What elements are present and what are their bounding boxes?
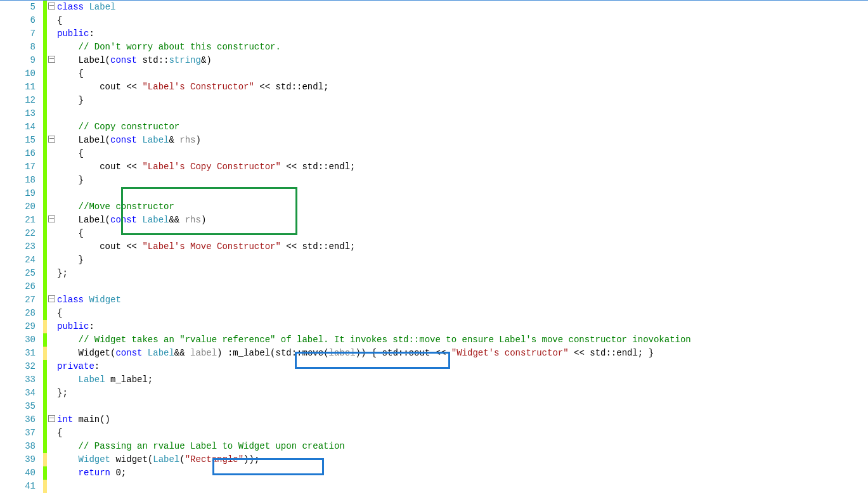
fold-toggle — [47, 253, 56, 267]
code-line[interactable]: return 0; — [56, 466, 868, 480]
code-line[interactable]: //Move constructor — [56, 200, 868, 214]
fold-toggle[interactable] — [47, 214, 56, 227]
fold-toggle — [47, 320, 56, 333]
code-line[interactable] — [56, 400, 868, 413]
code-line[interactable]: int main() — [56, 413, 868, 426]
collapse-icon[interactable] — [48, 215, 55, 222]
code-token: :m_label(std::move( — [228, 348, 329, 358]
line-number: 22 — [0, 227, 36, 240]
line-number: 29 — [0, 320, 36, 333]
code-line[interactable]: }; — [56, 267, 868, 280]
fold-toggle — [47, 14, 56, 27]
code-token: cout << — [57, 241, 142, 252]
line-number: 40 — [0, 466, 36, 480]
code-token: && — [174, 348, 190, 358]
line-number: 32 — [0, 360, 36, 373]
line-number: 24 — [0, 253, 36, 267]
collapse-icon[interactable] — [48, 295, 55, 302]
code-token: class — [57, 295, 89, 305]
code-line[interactable] — [56, 280, 868, 293]
code-token: << std::endl; } — [569, 348, 654, 358]
collapse-icon[interactable] — [48, 56, 55, 63]
code-token: cout << — [57, 82, 142, 92]
code-token: "Label's Copy Constructor" — [142, 162, 280, 172]
code-line[interactable] — [56, 480, 868, 493]
code-token: { — [57, 308, 62, 318]
code-line[interactable]: Label(const Label&& rhs) — [56, 214, 868, 227]
code-line[interactable]: } — [56, 253, 868, 267]
code-line[interactable]: class Widget — [56, 293, 868, 307]
fold-toggle — [47, 240, 56, 253]
code-line[interactable]: cout << "Label's Move Constructor" << st… — [56, 240, 868, 253]
code-token: }; — [57, 388, 68, 398]
fold-toggle[interactable] — [47, 293, 56, 307]
code-line[interactable]: Widget widget(Label("Rectangle")); — [56, 453, 868, 466]
code-token: )) — [356, 348, 366, 358]
line-number: 27 — [0, 293, 36, 307]
code-line[interactable]: // Passing an rvalue Label to Widget upo… — [56, 440, 868, 453]
collapse-icon[interactable] — [48, 136, 55, 143]
code-token: return — [79, 468, 116, 478]
line-number: 36 — [0, 413, 36, 426]
line-number: 39 — [0, 453, 36, 466]
fold-toggle[interactable] — [47, 134, 56, 147]
line-number: 9 — [0, 54, 36, 67]
fold-toggle — [47, 147, 56, 160]
code-line[interactable]: // Widget takes an "rvalue reference" of… — [56, 333, 868, 347]
collapse-icon[interactable] — [48, 415, 55, 422]
code-line[interactable]: // Copy constructor — [56, 120, 868, 134]
code-token: { std::cout << — [366, 348, 451, 358]
line-number: 35 — [0, 400, 36, 413]
code-token: label — [329, 348, 356, 358]
code-line[interactable]: public: — [56, 320, 868, 333]
code-token — [57, 122, 79, 132]
code-line[interactable]: class Label — [56, 1, 868, 14]
code-line[interactable]: { — [56, 67, 868, 80]
code-line[interactable]: public: — [56, 27, 868, 41]
code-token: public — [57, 29, 89, 39]
fold-toggle — [47, 387, 56, 400]
code-token — [57, 202, 79, 212]
code-line[interactable]: Label(const Label& rhs) — [56, 134, 868, 147]
line-number: 26 — [0, 280, 36, 293]
code-token: Label — [153, 454, 179, 465]
fold-toggle — [47, 466, 56, 480]
code-line[interactable]: { — [56, 426, 868, 440]
code-token: // Copy constructor — [79, 122, 180, 132]
code-line[interactable] — [56, 187, 868, 200]
code-line[interactable]: }; — [56, 387, 868, 400]
code-token: Label — [79, 375, 105, 385]
code-line[interactable] — [56, 107, 868, 120]
code-token: "Label's Constructor" — [142, 82, 254, 92]
code-line[interactable]: cout << "Label's Copy Constructor" << st… — [56, 160, 868, 174]
code-line[interactable]: private: — [56, 360, 868, 373]
code-token: && — [169, 215, 185, 225]
code-line[interactable]: } — [56, 174, 868, 187]
code-line[interactable]: // Don't worry about this constructor. — [56, 41, 868, 54]
code-line[interactable]: } — [56, 94, 868, 107]
code-line[interactable]: Label m_label; — [56, 373, 868, 387]
line-number: 38 — [0, 440, 36, 453]
fold-toggle[interactable] — [47, 1, 56, 14]
code-editor[interactable]: 5678910111213141516171819202122232425262… — [0, 0, 868, 493]
fold-gutter[interactable] — [47, 1, 56, 493]
fold-toggle — [47, 174, 56, 187]
code-token: : — [94, 361, 100, 371]
code-line[interactable]: Widget(const Label&& label) :m_label(std… — [56, 347, 868, 360]
code-line[interactable]: { — [56, 227, 868, 240]
code-line[interactable]: cout << "Label's Constructor" << std::en… — [56, 80, 868, 94]
collapse-icon[interactable] — [48, 3, 55, 10]
fold-toggle[interactable] — [47, 54, 56, 67]
line-number: 41 — [0, 480, 36, 493]
code-token: Label( — [57, 215, 110, 225]
fold-toggle — [47, 360, 56, 373]
code-line[interactable]: Label(const std::string&) — [56, 54, 868, 67]
code-token: m_label; — [105, 375, 153, 385]
code-line[interactable]: { — [56, 147, 868, 160]
code-area[interactable]: class Label{public: // Don't worry about… — [56, 1, 868, 493]
code-line[interactable]: { — [56, 307, 868, 320]
fold-toggle[interactable] — [47, 413, 56, 426]
code-token: { — [57, 428, 62, 438]
line-number: 31 — [0, 347, 36, 360]
code-line[interactable]: { — [56, 14, 868, 27]
